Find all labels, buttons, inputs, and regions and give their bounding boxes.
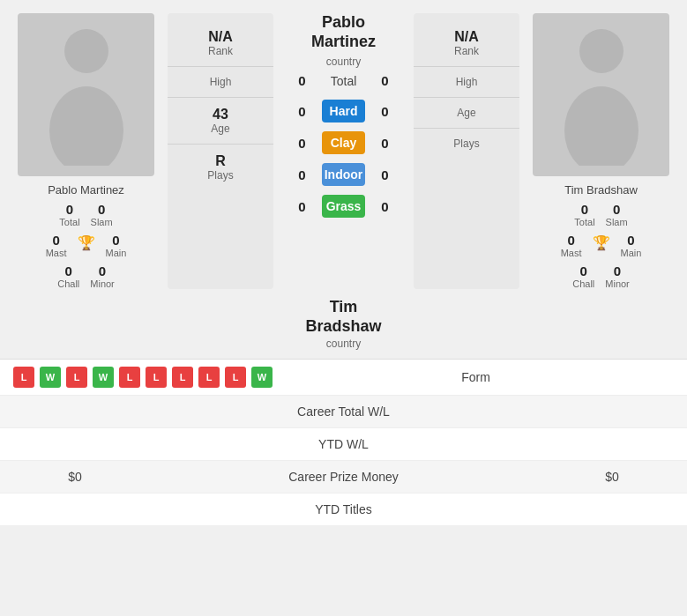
- right-player-avatar: [533, 13, 669, 176]
- form-badge-6: L: [172, 367, 193, 388]
- right-trophy-icon: 🏆: [593, 234, 610, 251]
- right-slam-value: 0: [613, 202, 620, 217]
- right-age-label: Age: [457, 107, 475, 119]
- right-rank-label: Rank: [454, 45, 479, 57]
- indoor-btn[interactable]: Indoor: [322, 163, 365, 186]
- right-mast-value: 0: [567, 233, 574, 248]
- indoor-left-score: 0: [282, 167, 322, 182]
- career-total-row: Career Total W/L: [0, 395, 687, 427]
- left-minor-label: Minor: [90, 278, 115, 289]
- hard-right-score: 0: [365, 104, 405, 119]
- clay-right-score: 0: [365, 136, 405, 151]
- right-stats-row-1: 0 Total 0 Slam: [574, 202, 627, 227]
- spacer-mid-right: [414, 298, 519, 350]
- form-badge-2: L: [66, 367, 87, 388]
- left-minor-value: 0: [99, 263, 106, 278]
- left-rank-label: Rank: [208, 45, 233, 57]
- right-slam-label: Slam: [606, 217, 628, 227]
- ytd-wl-label: YTD W/L: [137, 437, 550, 451]
- left-plays-value: R: [215, 153, 226, 169]
- grass-btn[interactable]: Grass: [322, 195, 365, 218]
- left-country-label: country: [326, 56, 361, 68]
- left-middle-stats: N/A Rank High 43 Age R Plays: [168, 13, 273, 289]
- left-slam-label: Slam: [91, 217, 113, 227]
- clay-left-score: 0: [282, 136, 322, 151]
- right-rank-block: N/A Rank: [414, 20, 519, 67]
- form-label: Form: [278, 370, 674, 384]
- prize-money-right: $0: [550, 470, 674, 484]
- right-name-center: TimBradshaw country: [278, 298, 409, 350]
- left-high-label: High: [210, 76, 232, 88]
- grass-right-score: 0: [365, 199, 405, 214]
- surface-row-hard: 0 Hard 0: [282, 100, 405, 122]
- ytd-titles-label: YTD Titles: [137, 502, 550, 516]
- clay-btn[interactable]: Clay: [322, 131, 365, 154]
- left-total-label: Total: [59, 217, 79, 227]
- svg-point-3: [564, 86, 638, 166]
- right-stats-row-2: 0 Mast 🏆 0 Main: [561, 233, 642, 258]
- form-badge-9: W: [251, 367, 273, 388]
- surface-row-grass: 0 Grass 0: [282, 195, 405, 218]
- form-badge-8: L: [225, 367, 246, 388]
- right-total-value: 0: [581, 202, 588, 217]
- right-center-name: TimBradshaw: [305, 298, 381, 336]
- svg-point-1: [49, 86, 123, 166]
- left-mast-label: Mast: [46, 248, 67, 258]
- hard-left-score: 0: [282, 104, 322, 119]
- right-mast-label: Mast: [561, 248, 582, 258]
- right-name-row: TimBradshaw country: [0, 298, 687, 359]
- left-stats-row-2: 0 Mast 🏆 0 Main: [46, 233, 127, 258]
- right-minor-label: Minor: [605, 278, 630, 289]
- right-plays-label: Plays: [453, 137, 479, 150]
- right-high-label: High: [456, 76, 478, 88]
- right-chall-value: 0: [580, 263, 587, 278]
- left-age-value: 43: [213, 107, 228, 122]
- right-chall-label: Chall: [572, 278, 594, 289]
- right-stats-row-3: 0 Chall 0 Minor: [572, 263, 630, 289]
- surface-row-clay: 0 Clay 0: [282, 131, 405, 154]
- right-minor-cell: 0 Minor: [605, 263, 630, 289]
- prize-money-left: $0: [13, 470, 137, 484]
- total-right-score: 0: [365, 73, 405, 88]
- left-rank-value: N/A: [208, 29, 233, 45]
- left-main-label: Main: [106, 248, 127, 258]
- right-high-block: High: [414, 67, 519, 98]
- left-stats-row-1: 0 Total 0 Slam: [59, 202, 112, 227]
- left-age-block: 43 Age: [168, 98, 273, 145]
- svg-point-0: [64, 29, 108, 73]
- career-total-label: Career Total W/L: [137, 404, 550, 419]
- left-player-card: Pablo Martinez 0 Total 0 Slam 0 Mast 🏆: [9, 13, 163, 289]
- left-stats-row-3: 0 Chall 0 Minor: [57, 263, 115, 289]
- left-trophy-cell: 🏆: [78, 233, 95, 258]
- form-section: L W L W L L L L L W Form: [0, 359, 687, 395]
- right-total-label: Total: [574, 217, 594, 227]
- left-total-value: 0: [66, 202, 73, 217]
- right-main-label: Main: [621, 248, 642, 258]
- total-left-score: 0: [282, 73, 322, 88]
- right-player-name: Tim Bradshaw: [564, 183, 638, 197]
- left-slam-cell: 0 Slam: [91, 202, 113, 227]
- left-chall-cell: 0 Chall: [57, 263, 79, 289]
- main-container: Pablo Martinez 0 Total 0 Slam 0 Mast 🏆: [0, 0, 687, 525]
- right-chall-cell: 0 Chall: [572, 263, 594, 289]
- right-age-block: Age: [414, 98, 519, 129]
- form-badge-4: L: [119, 367, 140, 388]
- spacer-right: [524, 298, 678, 350]
- prize-money-label: Career Prize Money: [137, 470, 550, 484]
- left-center-name: PabloMartinez: [311, 13, 376, 51]
- right-country-label: country: [326, 338, 361, 350]
- center-panel: PabloMartinez country 0 Total 0 0 Hard 0…: [278, 13, 409, 289]
- left-chall-value: 0: [65, 263, 72, 278]
- right-middle-stats: N/A Rank High Age Plays: [414, 13, 519, 289]
- left-mast-value: 0: [52, 233, 59, 248]
- ytd-titles-row: YTD Titles: [0, 493, 687, 525]
- form-badge-3: W: [93, 367, 114, 388]
- left-chall-label: Chall: [57, 278, 79, 289]
- surface-row-indoor: 0 Indoor 0: [282, 163, 405, 186]
- hard-btn[interactable]: Hard: [322, 100, 365, 122]
- right-rank-value: N/A: [454, 29, 479, 45]
- form-badge-1: W: [40, 367, 61, 388]
- indoor-right-score: 0: [365, 167, 405, 182]
- right-main-cell: 0 Main: [621, 233, 642, 258]
- right-player-card: Tim Bradshaw 0 Total 0 Slam 0 Mast 🏆: [524, 13, 678, 289]
